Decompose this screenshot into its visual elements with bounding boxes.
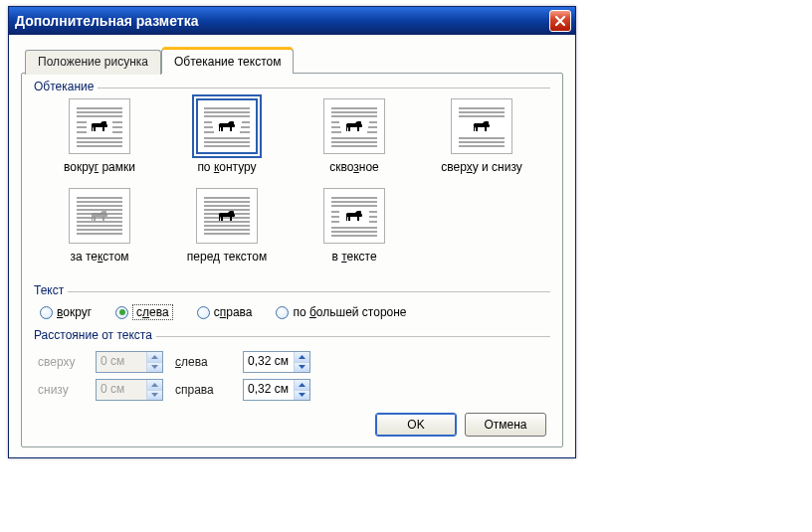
spinner-distance-bottom: 0 см [96, 379, 163, 401]
close-icon [554, 15, 566, 27]
spinner-value: 0,32 см [244, 352, 294, 372]
close-button[interactable] [549, 10, 571, 32]
wrap-option-icon [69, 98, 130, 154]
radio-label: по большей стороне [293, 305, 406, 319]
wrap-option-square[interactable]: вокруг рамки [36, 98, 163, 174]
wrap-option-icon [69, 188, 130, 244]
wrap-option-label: сквозное [329, 160, 379, 174]
spinner-down [147, 390, 162, 401]
radio-wraptext-0[interactable]: вокруг [40, 305, 92, 319]
group-legend: Текст [34, 283, 68, 297]
wrap-option-through[interactable]: сквозное [291, 98, 418, 174]
group-wrap-text: Текст вокругслевасправапо большей сторон… [34, 291, 550, 324]
wrap-option-label: сверху и снизу [441, 160, 522, 174]
group-legend: Расстояние от текста [34, 328, 156, 342]
wrap-option-label: в тексте [331, 250, 376, 264]
radio-label: справа [214, 305, 253, 319]
tab-text-wrapping[interactable]: Обтекание текстом [161, 49, 294, 74]
tab-label: Положение рисунка [38, 55, 148, 69]
radio-icon [40, 306, 53, 319]
wrap-option-inline[interactable]: в тексте [291, 188, 418, 264]
spinner-value: 0 см [97, 352, 146, 372]
tab-position[interactable]: Положение рисунка [25, 50, 161, 75]
spinner-up[interactable] [295, 352, 309, 362]
tab-label: Обтекание текстом [174, 55, 281, 69]
wrap-option-label: перед текстом [187, 250, 267, 264]
label-distance-top: сверху [38, 355, 96, 369]
radio-wraptext-2[interactable]: справа [197, 305, 253, 319]
spinner-distance-left[interactable]: 0,32 см [243, 351, 310, 373]
titlebar[interactable]: Дополнительная разметка [9, 7, 575, 35]
wrap-option-tight[interactable]: по контуру [163, 98, 291, 174]
radio-wraptext-3[interactable]: по большей стороне [276, 305, 406, 319]
window-title: Дополнительная разметка [15, 13, 549, 29]
label-distance-right: справа [175, 383, 243, 397]
wrap-option-label: вокруг рамки [64, 160, 135, 174]
wrap-option-icon [196, 188, 258, 244]
spinner-value: 0,32 см [244, 380, 294, 400]
spinner-distance-top: 0 см [96, 351, 163, 373]
dialog-buttons: OK Отмена [34, 413, 550, 437]
wrap-option-label: за текстом [70, 250, 128, 264]
wrap-option-label: по контуру [197, 160, 256, 174]
wrap-option-icon [323, 188, 385, 244]
spinner-up [147, 380, 162, 390]
label-distance-bottom: снизу [38, 383, 96, 397]
spinner-down [147, 362, 162, 373]
radio-icon [197, 306, 210, 319]
spinner-down[interactable] [295, 362, 309, 373]
radio-icon [115, 306, 128, 319]
radio-label: вокруг [57, 305, 92, 319]
cancel-button[interactable]: Отмена [465, 413, 546, 437]
wrap-option-front[interactable]: перед текстом [163, 188, 291, 264]
spinner-distance-right[interactable]: 0,32 см [243, 379, 310, 401]
wrap-option-icon [451, 98, 512, 154]
ok-button[interactable]: OK [375, 413, 457, 437]
wrap-option-icon [323, 98, 385, 154]
spinner-up[interactable] [295, 380, 309, 390]
radio-icon [276, 306, 289, 319]
wrap-option-behind[interactable]: за текстом [36, 188, 163, 264]
group-wrapping-style: Обтекание вокруг рамкипо контурусквозное… [34, 88, 550, 279]
group-distance-from-text: Расстояние от текста сверху 0 см [34, 336, 550, 403]
spinner-down[interactable] [295, 390, 309, 401]
spinner-value: 0 см [97, 380, 146, 400]
wrap-option-topbottom[interactable]: сверху и снизу [418, 98, 545, 174]
tabstrip: Положение рисунка Обтекание текстом [21, 49, 563, 74]
radio-wraptext-1[interactable]: слева [115, 304, 173, 320]
label-distance-left: слева [175, 355, 243, 369]
radio-label: слева [132, 304, 173, 320]
wrap-option-icon [196, 98, 258, 154]
spinner-up [147, 352, 162, 362]
dialog-advanced-layout: Дополнительная разметка Положение рисунк… [8, 6, 576, 458]
tab-panel-wrapping: Обтекание вокруг рамкипо контурусквозное… [21, 73, 563, 447]
group-legend: Обтекание [34, 80, 98, 93]
